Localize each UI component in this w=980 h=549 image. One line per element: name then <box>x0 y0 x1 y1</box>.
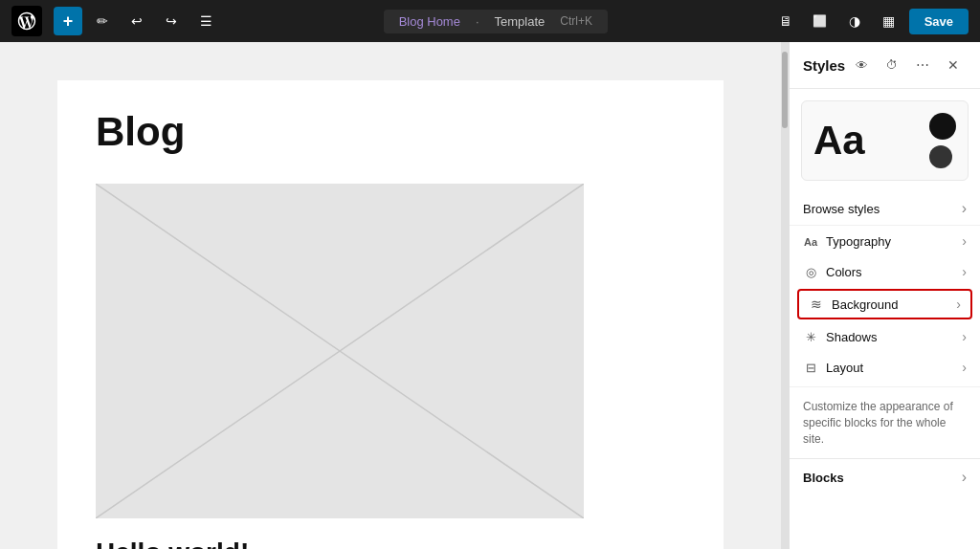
colors-chevron-icon: › <box>962 264 967 279</box>
style-eye-button[interactable]: 👁 <box>848 52 875 78</box>
list-view-button[interactable]: ☰ <box>191 7 220 35</box>
search-title: Blog Home <box>399 14 460 29</box>
contrast-icon: ◑ <box>849 13 860 29</box>
blog-title: Blog <box>96 109 685 155</box>
layout-icon <box>803 360 818 375</box>
toolbar-center: Blog Home · Template Ctrl+K <box>226 10 766 33</box>
wp-logo[interactable] <box>11 6 42 36</box>
browse-styles-row[interactable]: Browse styles › <box>790 192 980 226</box>
dot-small <box>929 145 952 168</box>
save-button[interactable]: Save <box>909 9 969 34</box>
list-icon: ☰ <box>200 13 212 29</box>
colors-label: Colors <box>826 265 862 279</box>
search-shortcut: Ctrl+K <box>560 14 592 28</box>
layout-label: Layout <box>826 361 863 375</box>
main-layout: Blog Hello world! Styles 👁 ⏱ <box>0 42 980 549</box>
typography-chevron-icon: › <box>962 233 967 249</box>
contrast-button[interactable]: ◑ <box>840 7 869 35</box>
image-placeholder <box>96 184 584 518</box>
typography-icon <box>803 233 818 249</box>
scroll-thumb <box>782 52 788 128</box>
sidebar-icon: ▦ <box>882 13 895 29</box>
sidebar-button[interactable]: ▦ <box>875 7 903 35</box>
background-chevron-icon: › <box>956 296 961 312</box>
dot-big <box>929 113 956 140</box>
toolbar: + ✏ ↩ ↪ ☰ Blog Home · Template Ctrl+K 🖥 … <box>0 0 980 42</box>
canvas-inner: Blog Hello world! <box>57 80 724 549</box>
panel-header-actions: 👁 ⏱ ⋯ ✕ <box>848 52 967 78</box>
typography-label: Typography <box>826 234 891 249</box>
toolbar-right: 🖥 ⬜ ◑ ▦ Save <box>771 7 969 35</box>
menu-item-typography[interactable]: Typography › <box>790 226 980 256</box>
menu-item-colors[interactable]: Colors › <box>790 256 980 287</box>
panel-header: Styles 👁 ⏱ ⋯ ✕ <box>790 42 980 89</box>
shadows-icon <box>803 329 818 344</box>
blocks-chevron-icon: › <box>962 469 967 486</box>
hello-world: Hello world! <box>96 538 685 549</box>
undo-icon: ↩ <box>131 13 143 29</box>
redo-icon: ↪ <box>166 13 177 29</box>
pencil-icon: ✏ <box>97 13 108 29</box>
style-more-button[interactable]: ⋯ <box>909 52 936 78</box>
shadows-label: Shadows <box>826 330 877 344</box>
close-icon: ✕ <box>947 57 959 73</box>
canvas-scrollbar[interactable] <box>781 42 789 549</box>
browse-styles-label: Browse styles <box>803 202 880 216</box>
menu-items-list: Typography › Colors › Background › <box>790 226 980 383</box>
eye-icon: 👁 <box>856 58 868 73</box>
pencil-button[interactable]: ✏ <box>88 7 117 35</box>
browse-styles-chevron-icon: › <box>962 200 967 217</box>
desktop-view-button[interactable]: 🖥 <box>771 7 800 35</box>
redo-button[interactable]: ↪ <box>157 7 186 35</box>
background-label: Background <box>832 297 898 312</box>
style-preview-dots <box>929 113 956 168</box>
desktop-icon: 🖥 <box>779 13 792 29</box>
undo-button[interactable]: ↩ <box>122 7 151 35</box>
history-icon: ⏱ <box>886 58 898 72</box>
right-panel: Styles 👁 ⏱ ⋯ ✕ Aa <box>789 42 980 549</box>
background-icon <box>809 296 824 312</box>
panel-title: Styles <box>803 57 845 74</box>
more-icon: ⋯ <box>916 57 929 73</box>
shadows-chevron-icon: › <box>962 329 967 344</box>
colors-icon <box>803 264 818 279</box>
panel-close-button[interactable]: ✕ <box>940 52 967 78</box>
layout-chevron-icon: › <box>962 360 967 375</box>
canvas-area: Blog Hello world! <box>0 42 781 549</box>
style-preview-text: Aa <box>813 121 865 161</box>
style-preview-card: Aa <box>801 100 969 181</box>
customize-note: Customize the appearance of specific blo… <box>790 386 980 458</box>
search-bar[interactable]: Blog Home · Template Ctrl+K <box>384 10 608 33</box>
add-block-button[interactable]: + <box>54 7 82 35</box>
search-sep: · <box>476 14 479 29</box>
blocks-row[interactable]: Blocks › <box>790 458 980 495</box>
menu-item-shadows[interactable]: Shadows › <box>790 321 980 352</box>
blocks-label: Blocks <box>803 471 844 485</box>
tablet-icon: ⬜ <box>813 14 827 28</box>
menu-item-layout[interactable]: Layout › <box>790 352 980 383</box>
tablet-view-button[interactable]: ⬜ <box>806 7 835 35</box>
menu-item-background[interactable]: Background › <box>797 289 972 319</box>
search-template: Template <box>495 14 546 29</box>
style-history-button[interactable]: ⏱ <box>879 52 905 78</box>
